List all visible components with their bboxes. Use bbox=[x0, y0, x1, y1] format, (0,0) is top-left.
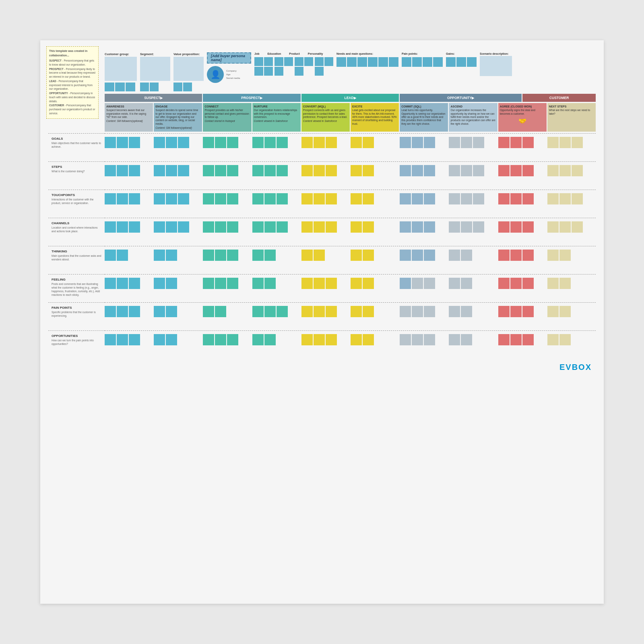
fe-note-11[interactable] bbox=[264, 278, 276, 289]
op-note-3[interactable] bbox=[129, 334, 140, 345]
ch-note-28[interactable] bbox=[559, 221, 571, 233]
op-note-17[interactable] bbox=[363, 334, 374, 345]
ch-note-14[interactable] bbox=[314, 221, 325, 233]
ch-note-10[interactable] bbox=[252, 221, 264, 233]
th-note-10[interactable] bbox=[252, 250, 264, 261]
ch-note-27[interactable] bbox=[547, 221, 559, 233]
goals-note-4[interactable] bbox=[154, 137, 165, 148]
fe-note-3[interactable] bbox=[129, 278, 140, 289]
pp-note-28[interactable] bbox=[559, 306, 571, 317]
fe-note-17[interactable] bbox=[363, 278, 374, 289]
goals-note-8[interactable] bbox=[215, 137, 226, 148]
th-note-24[interactable] bbox=[498, 250, 510, 261]
goals-note-1[interactable] bbox=[105, 137, 116, 148]
persona-name-box[interactable]: [Add buyer persona name] bbox=[207, 52, 251, 64]
tp-note-22[interactable] bbox=[461, 193, 472, 204]
goals-note-6[interactable] bbox=[178, 137, 189, 148]
op-note-27[interactable] bbox=[547, 334, 559, 345]
goals-note-11[interactable] bbox=[264, 137, 276, 148]
fe-note-25[interactable] bbox=[510, 278, 522, 289]
ch-note-5[interactable] bbox=[166, 221, 177, 233]
pp-note-18[interactable] bbox=[400, 306, 411, 317]
tp-note-4[interactable] bbox=[154, 193, 165, 204]
ch-note-8[interactable] bbox=[215, 221, 226, 233]
op-note-18[interactable] bbox=[400, 334, 411, 345]
ch-note-1[interactable] bbox=[105, 221, 116, 233]
fe-note-10[interactable] bbox=[252, 278, 264, 289]
tp-note-1[interactable] bbox=[105, 193, 116, 204]
tp-note-8[interactable] bbox=[215, 193, 226, 204]
ch-note-9[interactable] bbox=[227, 221, 238, 233]
segment-box[interactable] bbox=[140, 57, 170, 81]
tp-note-2[interactable] bbox=[117, 193, 128, 204]
steps-note-25[interactable] bbox=[510, 165, 522, 176]
steps-note-19[interactable] bbox=[412, 165, 423, 176]
ch-note-24[interactable] bbox=[498, 221, 510, 233]
steps-note-9[interactable] bbox=[227, 165, 238, 176]
fe-note-8[interactable] bbox=[215, 278, 226, 289]
steps-note-12[interactable] bbox=[277, 165, 288, 176]
steps-note-15[interactable] bbox=[326, 165, 337, 176]
th-note-5[interactable] bbox=[166, 250, 177, 261]
op-note-13[interactable] bbox=[301, 334, 313, 345]
pp-note-24[interactable] bbox=[498, 306, 510, 317]
op-note-4[interactable] bbox=[154, 334, 165, 345]
ch-note-16[interactable] bbox=[351, 221, 362, 233]
tp-note-26[interactable] bbox=[522, 193, 534, 204]
tp-note-15[interactable] bbox=[326, 193, 337, 204]
steps-note-7[interactable] bbox=[203, 165, 214, 176]
fe-note-15[interactable] bbox=[326, 278, 337, 289]
th-note-13[interactable] bbox=[301, 250, 313, 261]
ch-note-18[interactable] bbox=[400, 221, 411, 233]
op-note-2[interactable] bbox=[117, 334, 128, 345]
fe-note-21[interactable] bbox=[449, 278, 460, 289]
fe-note-9[interactable] bbox=[227, 278, 238, 289]
steps-note-16[interactable] bbox=[351, 165, 362, 176]
ch-note-4[interactable] bbox=[154, 221, 165, 233]
goals-note-3[interactable] bbox=[129, 137, 140, 148]
goals-note-12[interactable] bbox=[277, 137, 288, 148]
steps-note-4[interactable] bbox=[154, 165, 165, 176]
steps-note-18[interactable] bbox=[400, 165, 411, 176]
pp-note-14[interactable] bbox=[314, 306, 325, 317]
op-note-16[interactable] bbox=[351, 334, 362, 345]
pp-note-15[interactable] bbox=[326, 306, 337, 317]
goals-note-17[interactable] bbox=[363, 137, 374, 148]
fe-note-24[interactable] bbox=[498, 278, 510, 289]
th-note-14[interactable] bbox=[314, 250, 325, 261]
fe-note-14[interactable] bbox=[314, 278, 325, 289]
tp-note-16[interactable] bbox=[351, 193, 362, 204]
pp-note-17[interactable] bbox=[363, 306, 374, 317]
ch-note-7[interactable] bbox=[203, 221, 214, 233]
goals-note-20[interactable] bbox=[424, 137, 435, 148]
th-note-19[interactable] bbox=[412, 250, 423, 261]
pp-note-12[interactable] bbox=[277, 306, 288, 317]
fe-note-5[interactable] bbox=[166, 278, 177, 289]
goals-note-15[interactable] bbox=[326, 137, 337, 148]
fe-note-18[interactable] bbox=[400, 278, 411, 289]
goals-note-22[interactable] bbox=[461, 137, 472, 148]
tp-note-24[interactable] bbox=[498, 193, 510, 204]
th-note-21[interactable] bbox=[449, 250, 460, 261]
ch-note-17[interactable] bbox=[363, 221, 374, 233]
tp-note-14[interactable] bbox=[314, 193, 325, 204]
tp-note-9[interactable] bbox=[227, 193, 238, 204]
op-note-19[interactable] bbox=[412, 334, 423, 345]
steps-note-10[interactable] bbox=[252, 165, 264, 176]
op-note-21[interactable] bbox=[449, 334, 460, 345]
pp-note-19[interactable] bbox=[412, 306, 423, 317]
steps-note-24[interactable] bbox=[498, 165, 510, 176]
th-note-26[interactable] bbox=[522, 250, 534, 261]
fe-note-16[interactable] bbox=[351, 278, 362, 289]
th-note-20[interactable] bbox=[424, 250, 435, 261]
ch-note-20[interactable] bbox=[424, 221, 435, 233]
fe-note-19[interactable] bbox=[412, 278, 423, 289]
steps-note-28[interactable] bbox=[559, 165, 571, 176]
ch-note-29[interactable] bbox=[572, 221, 583, 233]
op-note-24[interactable] bbox=[498, 334, 510, 345]
tp-note-28[interactable] bbox=[559, 193, 571, 204]
goals-note-26[interactable] bbox=[522, 137, 534, 148]
ch-note-21[interactable] bbox=[449, 221, 460, 233]
fe-note-2[interactable] bbox=[117, 278, 128, 289]
pp-note-21[interactable] bbox=[449, 306, 460, 317]
